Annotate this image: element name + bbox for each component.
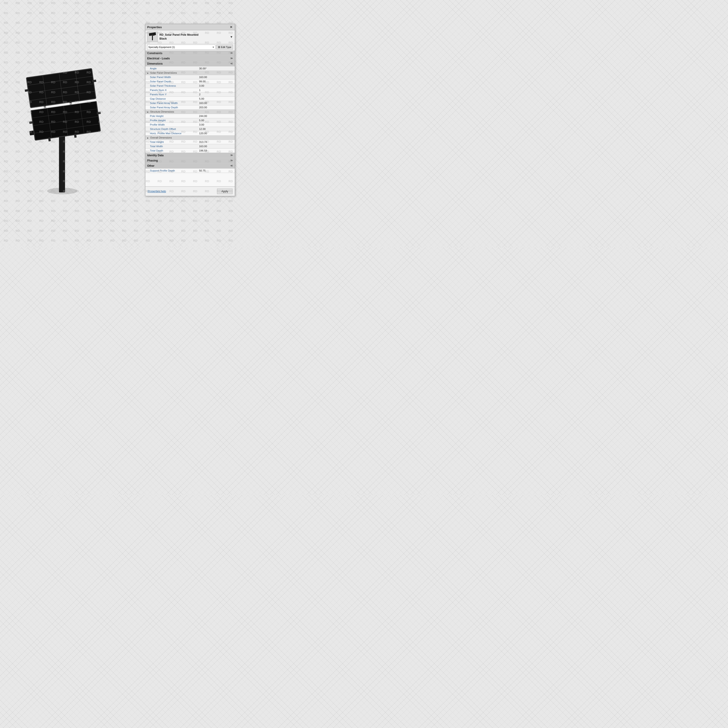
edit-type-button[interactable]: ⊞ Edit Type (216, 44, 233, 50)
overall-dims-label: Overall Dimensions (150, 136, 172, 139)
structure-dimensions-subheader[interactable]: ▶ Structure Dimensions (145, 110, 235, 114)
properties-table: Constraints ≫ Electrical - Loads ≫ Dimen… (145, 51, 235, 187)
panels-num-x-value[interactable]: 1 (197, 88, 235, 92)
constraints-section-header[interactable]: Constraints ≫ (145, 51, 235, 56)
other-label: Other (147, 164, 154, 167)
support-profile-depth-label: Support Profile Depth (145, 168, 197, 173)
support-profile-depth-row: Support Profile Depth 50.75 (145, 168, 235, 173)
solar-panel-thickness-label: Solar Panel Thickness (145, 84, 197, 88)
empty-spacer-row (145, 173, 235, 187)
horiz-profile-max-distance-label: Horiz. Profile Max Distance (145, 131, 197, 136)
component-header: RD_Solar Panel Pole MountedBlack ▼ (145, 30, 235, 44)
panel-title-bar: Properties ✕ (145, 24, 235, 30)
dimensions-section-header[interactable]: Dimensions ≪ (145, 61, 235, 66)
solar-panel-dims-expand-icon: ▶ (147, 72, 148, 74)
specialty-equipment-row: Specialty Equipment (1) ▼ ⊞ Edit Type (145, 44, 235, 51)
constraints-collapse-icon: ≫ (230, 52, 233, 55)
constraints-label: Constraints (147, 52, 162, 55)
structure-depth-offset-value[interactable]: 12.00 (197, 127, 235, 131)
solar-panel-array-width-value[interactable]: 163.00 (197, 101, 235, 106)
properties-panel: Properties ✕ RD_Solar Panel Pole Mounted… (145, 24, 235, 196)
panels-num-x-label: Panels Num X (145, 88, 197, 92)
select-arrow-icon: ▼ (212, 46, 214, 49)
solar-panel-width-value[interactable]: 163.00 (197, 75, 235, 80)
svg-rect-2 (152, 35, 153, 40)
total-height-row: Total Height 313.74 (145, 140, 235, 144)
component-name: RD_Solar Panel Pole MountedBlack (159, 33, 228, 41)
edit-type-icon: ⊞ (218, 46, 220, 49)
solar-panel-array-width-label: Solar Panel Array Width (145, 101, 197, 106)
horiz-profile-max-distance-value[interactable]: 120.00 (197, 131, 235, 136)
solar-panel-depth-row: Solar Panel Depth 99.00 (145, 80, 235, 84)
properties-content[interactable]: Constraints ≫ Electrical - Loads ≫ Dimen… (145, 51, 235, 187)
other-section-header[interactable]: Other ≪ (145, 163, 235, 168)
angle-row: Angle 30.00° (145, 66, 235, 71)
profile-width-label: Profile Width (145, 122, 197, 127)
total-depth-row: Total Depth 196.59 (145, 148, 235, 153)
solar-panel-width-label: Solar Panel Width (145, 75, 197, 80)
svg-rect-3 (150, 35, 154, 36)
total-width-value[interactable]: 163.00 (197, 144, 235, 148)
solar-panel-array-depth-value[interactable]: 203.00 (197, 106, 235, 110)
structure-depth-offset-row: Structure Depth Offset 12.00 (145, 127, 235, 131)
profile-width-row: Profile Width 3.00 (145, 122, 235, 127)
component-icon (148, 32, 157, 41)
apply-button[interactable]: Apply (217, 189, 232, 194)
solar-panel-depth-value[interactable]: 99.00 (197, 80, 235, 84)
total-depth-value[interactable]: 196.59 (197, 148, 235, 153)
total-depth-label: Total Depth (145, 148, 197, 153)
solar-panel-array-depth-label: Solar Panel Array Depth (145, 106, 197, 110)
specialty-select-label: Specialty Equipment (1) (148, 46, 175, 49)
identity-data-collapse-icon: ≫ (230, 154, 233, 157)
total-height-value[interactable]: 313.74 (197, 140, 235, 144)
edit-type-label: Edit Type (221, 46, 231, 49)
solar-panel-thickness-value[interactable]: 3.00 (197, 84, 235, 88)
dimensions-collapse-icon: ≪ (230, 62, 233, 65)
panels-num-x-row: Panels Num X 1 (145, 88, 235, 92)
dimensions-label: Dimensions (147, 62, 163, 65)
solar-panel-dims-label: Solar Panel Dimensions (150, 72, 177, 74)
phasing-section-header[interactable]: Phasing ≫ (145, 158, 235, 163)
panels-num-y-value[interactable]: 2 (197, 92, 235, 97)
solar-panel-array-width-row: Solar Panel Array Width 163.00 (145, 101, 235, 106)
solar-panel-illustration (14, 46, 127, 205)
identity-data-label: Identity Data (147, 154, 164, 157)
support-profile-depth-value[interactable]: 50.75 (197, 168, 235, 173)
structure-depth-offset-label: Structure Depth Offset (145, 127, 197, 131)
angle-value[interactable]: 30.00° (197, 66, 235, 71)
gap-distance-value[interactable]: 5.00 (197, 97, 235, 101)
gap-distance-row: Gap Distance 5.00 (145, 97, 235, 101)
total-width-row: Total Width 163.00 (145, 144, 235, 148)
pole-height-row: Pole Height 244.00 (145, 114, 235, 118)
close-button[interactable]: ✕ (229, 25, 233, 29)
pole-height-label: Pole Height (145, 114, 197, 118)
identity-data-section-header[interactable]: Identity Data ≫ (145, 153, 235, 158)
solar-panel-array-depth-row: Solar Panel Array Depth 203.00 (145, 106, 235, 110)
svg-rect-5 (59, 128, 65, 193)
other-collapse-icon: ≪ (230, 164, 233, 167)
solar-panel-width-row: Solar Panel Width 163.00 (145, 75, 235, 80)
structure-dims-label: Structure Dimensions (150, 110, 174, 113)
profile-height-value[interactable]: 5.00 (197, 118, 235, 122)
header-dropdown-arrow[interactable]: ▼ (230, 35, 233, 39)
electrical-label: Electrical - Loads (147, 57, 170, 60)
electrical-section-header[interactable]: Electrical - Loads ≫ (145, 56, 235, 61)
properties-help-link[interactable]: Properties help (148, 190, 166, 193)
overall-dims-expand-icon: ▶ (147, 137, 148, 139)
pole-height-value[interactable]: 244.00 (197, 114, 235, 118)
phasing-collapse-icon: ≫ (230, 159, 233, 162)
phasing-label: Phasing (147, 159, 158, 162)
overall-dimensions-subheader[interactable]: ▶ Overall Dimensions (145, 136, 235, 140)
solar-panel-thickness-row: Solar Panel Thickness 3.00 (145, 84, 235, 88)
profile-height-label: Profile Height (145, 118, 197, 122)
gap-distance-label: Gap Distance (145, 97, 197, 101)
profile-width-value[interactable]: 3.00 (197, 122, 235, 127)
panels-num-y-row: Panels Num Y 2 (145, 92, 235, 97)
specialty-equipment-select[interactable]: Specialty Equipment (1) ▼ (147, 44, 216, 50)
solar-panel-depth-label: Solar Panel Depth (145, 80, 197, 84)
panel-title: Properties (147, 26, 162, 29)
solar-panel-dimensions-subheader[interactable]: ▶ Solar Panel Dimensions (145, 71, 235, 75)
structure-dims-expand-icon: ▶ (147, 111, 148, 113)
total-height-label: Total Height (145, 140, 197, 144)
component-icon-box (147, 32, 158, 42)
